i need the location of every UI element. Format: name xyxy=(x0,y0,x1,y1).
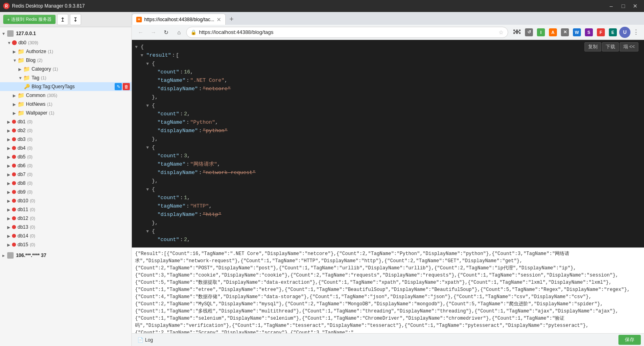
ext-w-button[interactable]: W xyxy=(571,27,582,38)
db15-item[interactable]: ▶ db15 (0) xyxy=(0,240,131,249)
save-button[interactable]: 保存 xyxy=(618,335,641,345)
json-line-item1-open: ▼ { xyxy=(132,60,644,68)
delete-key-button[interactable]: 🗑 xyxy=(123,83,130,90)
back-button[interactable]: ← xyxy=(135,27,146,38)
import-button[interactable]: ↥ xyxy=(57,14,68,25)
folder-icon-common: 📁 xyxy=(18,92,24,99)
root-toggle[interactable]: ▼ xyxy=(135,44,141,51)
export-button[interactable]: ↧ xyxy=(70,14,81,25)
copy-button[interactable]: 复制 xyxy=(584,42,601,51)
edit-key-button[interactable]: ✎ xyxy=(115,83,122,90)
db13-item[interactable]: ▶ db13 (0) xyxy=(0,223,131,231)
db4-item[interactable]: ▶ db4 (0) xyxy=(0,144,131,152)
collapse-button[interactable]: 塌 << xyxy=(620,42,638,51)
db2-item[interactable]: ▶ db2 (0) xyxy=(0,126,131,135)
home-button[interactable]: ⌂ xyxy=(173,27,185,38)
tab-title: https://localhost:44388/blog/tac... xyxy=(144,17,214,22)
log-page-icon: 📄 xyxy=(137,337,143,343)
hotnews-expand-icon: ▶ xyxy=(13,102,18,107)
more-options-button[interactable]: ⋮ xyxy=(631,28,641,37)
ext-a-button[interactable]: A xyxy=(547,27,559,38)
db6-item[interactable]: ▶ db6 (0) xyxy=(0,161,131,170)
db8-item[interactable]: ▶ db8 (0) xyxy=(0,179,131,188)
browser-tab-active[interactable]: H https://localhost:44388/blog/tac... ✕ xyxy=(132,14,226,25)
forward-button[interactable]: → xyxy=(148,27,159,38)
ext-s-button[interactable]: S xyxy=(583,27,594,38)
item1-toggle[interactable]: ▼ xyxy=(146,61,152,68)
common-expand-icon: ▶ xyxy=(13,93,18,98)
new-tab-button[interactable]: + xyxy=(226,14,237,25)
json-line-item2-close: }, xyxy=(132,135,644,144)
blog-expand-icon: ▼ xyxy=(13,58,18,63)
folder-tag[interactable]: ▼ 📁 Tag (1) xyxy=(0,73,131,82)
json-line-displayname2: "displayName" : "python" xyxy=(132,127,644,135)
ext-i-button[interactable]: I xyxy=(535,27,547,38)
item2-toggle[interactable]: ▼ xyxy=(146,103,152,110)
server-item[interactable]: ▼ 127.0.0.1 xyxy=(0,29,131,38)
folder-category[interactable]: ▶ 📁 Category (1) xyxy=(0,65,131,73)
json-line-count1: "count" : 16 , xyxy=(132,68,644,77)
ext-e-button[interactable]: E xyxy=(607,27,618,38)
db10-item[interactable]: ▶ db10 (0) xyxy=(0,196,131,205)
db15-icon xyxy=(12,243,16,247)
log-label: Log xyxy=(145,337,153,343)
bookmark-icon[interactable]: ☆ xyxy=(499,29,504,36)
db1-item[interactable]: ▶ db1 (0) xyxy=(0,117,131,126)
extensions-button[interactable] xyxy=(511,27,523,38)
json-line-result-key: ▼ "result" : [ xyxy=(132,51,644,60)
close-button[interactable]: ✕ xyxy=(630,0,641,12)
folder-wallpaper[interactable]: ▶ 📁 Wallpaper (1) xyxy=(0,109,131,117)
json-line-displayname3: "displayName" : "network-request" xyxy=(132,169,644,177)
minimize-button[interactable]: – xyxy=(606,0,617,12)
item3-toggle[interactable]: ▼ xyxy=(146,144,152,152)
db2-icon xyxy=(12,129,16,132)
item5-toggle[interactable]: ▼ xyxy=(146,228,152,235)
address-bar[interactable]: 🔒 https://localhost:44388/blog/tags ☆ xyxy=(186,27,508,38)
log-tab[interactable]: 📄 Log xyxy=(135,336,155,344)
window-controls: – □ ✕ xyxy=(606,0,641,12)
maximize-button[interactable]: □ xyxy=(618,0,629,12)
wallpaper-expand-icon: ▶ xyxy=(13,111,18,115)
browser-extensions: ↺ I A ✕ W S F xyxy=(511,27,641,38)
ext-e-icon: E xyxy=(609,28,617,36)
ext-f-button[interactable]: F xyxy=(595,27,606,38)
db3-item[interactable]: ▶ db3 (0) xyxy=(0,135,131,144)
db12-item[interactable]: ▶ db12 (0) xyxy=(0,214,131,223)
raw-json-text: {"Result":[{"Count":16,"TagName":".NET C… xyxy=(135,251,630,333)
db14-icon xyxy=(12,234,16,238)
server-label: 127.0.0.1 xyxy=(16,31,36,36)
db0-item[interactable]: ▼ db0 (309) xyxy=(0,38,131,47)
server-expand-icon: ▼ xyxy=(2,32,6,36)
reload-button[interactable]: ↻ xyxy=(161,27,172,38)
download-button[interactable]: 下载 xyxy=(602,42,619,51)
sidebar-toolbar: + 连接到 Redis 服务器 ↥ ↧ xyxy=(0,12,131,27)
json-line-count3: "count" : 3 , xyxy=(132,152,644,160)
ext-s-icon: S xyxy=(585,28,593,36)
db11-item[interactable]: ▶ db11 (0) xyxy=(0,205,131,214)
db7-item[interactable]: ▶ db7 (0) xyxy=(0,170,131,179)
db9-item[interactable]: ▶ db9 (0) xyxy=(0,188,131,196)
json-line-root-brace: ▼ { xyxy=(132,43,644,51)
item4-toggle[interactable]: ▼ xyxy=(146,186,152,194)
folder-hotnews[interactable]: ▶ 📁 HotNews (1) xyxy=(0,100,131,109)
user-avatar[interactable]: U xyxy=(619,27,630,38)
result-toggle[interactable]: ▼ xyxy=(141,52,146,59)
folder-common[interactable]: ▶ 📁 Common (305) xyxy=(0,91,131,100)
folder-authorize[interactable]: ▶ 📁 Authorize (1) xyxy=(0,47,131,56)
tab-close-button[interactable]: ✕ xyxy=(217,16,221,23)
ext-refresh-button[interactable]: ↺ xyxy=(523,27,535,38)
svg-rect-2 xyxy=(8,253,13,255)
server2-item[interactable]: ► 106.***.**** 37 xyxy=(0,251,131,260)
db5-item[interactable]: ▶ db5 (0) xyxy=(0,152,131,161)
key-actions: ✎ 🗑 xyxy=(115,83,130,90)
db12-icon xyxy=(12,216,16,220)
json-line-count2: "count" : 2 , xyxy=(132,110,644,119)
svg-rect-1 xyxy=(8,34,13,36)
key-blog-tag-querytags[interactable]: 🔑 Blog:Tag:QueryTags ✎ 🗑 xyxy=(0,82,131,91)
server2-icon xyxy=(7,252,14,259)
json-line-item4-open: ▼ { xyxy=(132,186,644,194)
ext-x-button[interactable]: ✕ xyxy=(559,27,570,38)
connect-redis-button[interactable]: + 连接到 Redis 服务器 xyxy=(3,15,56,24)
db14-item[interactable]: ▶ db14 (0) xyxy=(0,231,131,240)
folder-blog[interactable]: ▼ 📁 Blog (2) xyxy=(0,56,131,65)
